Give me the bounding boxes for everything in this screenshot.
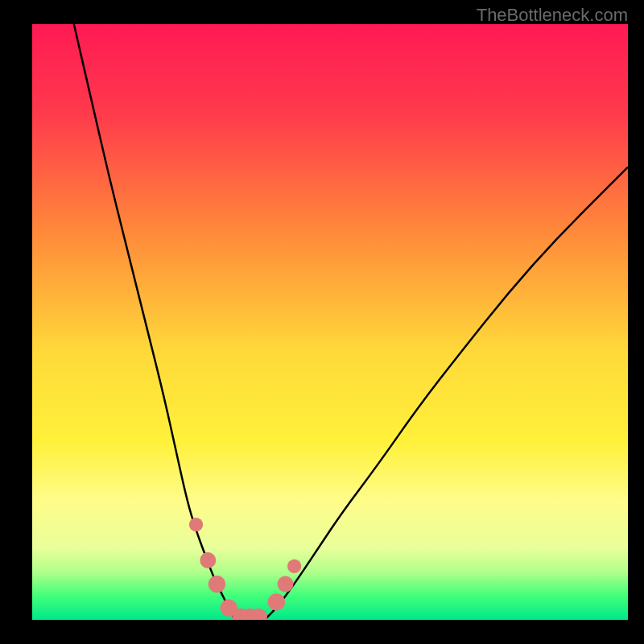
chart-svg: [32, 24, 628, 620]
chart-plot-area: [32, 24, 628, 620]
right-marker-1: [268, 593, 285, 610]
left-marker-3: [208, 576, 225, 592]
left-marker-1: [189, 518, 203, 531]
right-marker-2: [278, 576, 294, 592]
left-marker-2: [200, 552, 216, 568]
right-marker-3: [287, 559, 301, 573]
watermark-text: TheBottleneck.com: [477, 5, 628, 26]
